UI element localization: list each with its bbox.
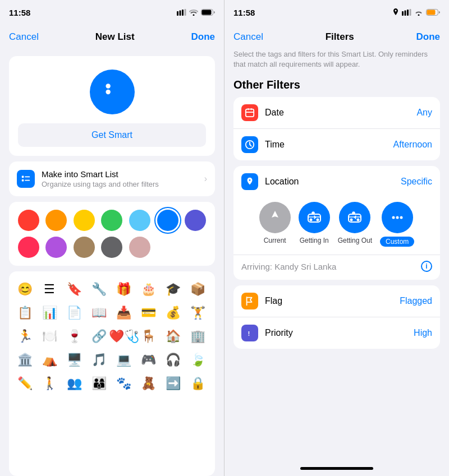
left-panel: 11:58 Cancel New List Done	[0, 0, 224, 476]
color-red[interactable]	[18, 210, 39, 231]
grid-icon-doc[interactable]: 📄	[63, 302, 85, 324]
filters-description: Select the tags and filters for this Sma…	[233, 49, 440, 70]
left-status-icons	[177, 9, 215, 16]
grid-icon-arrow[interactable]: ➡️	[162, 372, 185, 395]
location-icon	[245, 177, 255, 187]
icon-card: Get Smart	[9, 56, 215, 156]
grid-icon-money[interactable]: 💰	[162, 302, 185, 324]
grid-icon-dumbbell[interactable]: 🏋️	[187, 302, 209, 324]
grid-icon-leaf[interactable]: 🍃	[187, 349, 209, 371]
right-done-button[interactable]: Done	[416, 31, 440, 43]
color-rose[interactable]	[129, 237, 150, 258]
right-cancel-button[interactable]: Cancel	[233, 31, 263, 43]
grid-icon-game[interactable]: 🎮	[138, 349, 160, 371]
grid-icon-list[interactable]: ☰	[38, 278, 61, 301]
grid-icon-music[interactable]: 🎵	[88, 349, 110, 371]
grid-icon-wine[interactable]: 🍷	[63, 325, 85, 348]
getting-in-icon	[306, 210, 322, 225]
battery-icon	[201, 9, 215, 16]
grid-icon-emoji[interactable]: 😊	[13, 278, 36, 301]
priority-filter-row[interactable]: ! Priority High	[233, 317, 440, 349]
grid-icon-gift[interactable]: 🎁	[113, 278, 135, 301]
location-current[interactable]: Current	[259, 202, 291, 244]
getting-out-icon	[347, 210, 363, 225]
location-getting-out[interactable]: Getting Out	[338, 202, 372, 244]
grid-icon-paw[interactable]: 🐾	[113, 372, 135, 395]
grid-icon-bookmark[interactable]: 🔖	[63, 278, 85, 301]
location-header-row[interactable]: Location Specific	[233, 166, 440, 197]
grid-icon-chair[interactable]: 🪑	[138, 325, 160, 348]
color-violet[interactable]	[45, 237, 67, 258]
grid-icon-tent[interactable]: ⛺	[38, 349, 61, 371]
color-gray[interactable]	[101, 237, 122, 258]
grid-icon-headphone[interactable]: 🎧	[162, 349, 185, 371]
grid-icon-run[interactable]: 🏃	[13, 325, 36, 348]
location-custom[interactable]: Custom	[380, 202, 414, 247]
location-options: Current Getting In	[233, 197, 440, 255]
grid-icon-tools[interactable]: 🔧	[88, 278, 110, 301]
grid-icon-book[interactable]: 📖	[88, 302, 110, 324]
grid-icon-card[interactable]: 💳	[138, 302, 160, 324]
get-smart-button[interactable]: Get Smart	[18, 123, 206, 147]
smart-list-subtitle: Organize using tags and other filters	[42, 180, 198, 188]
grid-icon-family[interactable]: 👨‍👩‍👦	[88, 372, 110, 395]
left-nav-title: New List	[95, 31, 135, 43]
grid-icon-bars[interactable]: 📊	[38, 302, 61, 324]
grid-icon-bear[interactable]: 🧸	[138, 372, 160, 395]
left-cancel-button[interactable]: Cancel	[9, 31, 39, 43]
location-getting-in[interactable]: Getting In	[299, 202, 330, 244]
grid-icon-inbox[interactable]: 📥	[113, 302, 135, 324]
priority-icon-box: !	[241, 325, 258, 341]
grid-icon-grad[interactable]: 🎓	[162, 278, 185, 301]
grid-icon-health[interactable]: ❤️‍🩺	[113, 325, 135, 348]
date-icon	[245, 108, 255, 118]
color-pink[interactable]	[18, 237, 39, 258]
grid-icon-pen[interactable]: ✏️	[13, 372, 36, 395]
priority-filter-value: High	[414, 328, 432, 338]
getting-in-label: Getting In	[300, 237, 329, 244]
time-icon	[245, 140, 255, 150]
left-done-button[interactable]: Done	[191, 31, 215, 43]
grid-icon-home[interactable]: 🏠	[162, 325, 185, 348]
flag-filter-row[interactable]: Flag Flagged	[233, 285, 440, 317]
grid-icon-laptop[interactable]: 💻	[113, 349, 135, 371]
grid-icon-people[interactable]: 👥	[63, 372, 85, 395]
grid-icon-clip[interactable]: 📋	[13, 302, 36, 324]
grid-icon-bank[interactable]: 🏛️	[13, 349, 36, 371]
grid-icon-cake[interactable]: 🎂	[138, 278, 160, 301]
location-icon-box	[241, 173, 258, 190]
wifi-icon	[189, 9, 198, 16]
right-time: 11:58	[233, 8, 255, 17]
grid-icon-box[interactable]: 📦	[187, 278, 209, 301]
svg-rect-17	[427, 10, 436, 15]
grid-icon-walk[interactable]: 🚶	[38, 372, 61, 395]
arriving-text: Arriving: Kandy Sri Lanka	[241, 262, 336, 271]
svg-rect-20	[251, 108, 252, 110]
grid-icon-screen[interactable]: 🖥️	[63, 349, 85, 371]
smart-list-row[interactable]: Make into Smart List Organize using tags…	[9, 161, 215, 196]
chevron-right-icon: ›	[204, 174, 207, 184]
date-time-card: Date Any Time Afternoon	[233, 97, 440, 160]
color-orange[interactable]	[45, 210, 67, 231]
grid-icon-lock[interactable]: 🔒	[187, 372, 209, 395]
color-purple[interactable]	[185, 210, 206, 231]
signal-icon	[177, 9, 186, 16]
grid-icon-fork[interactable]: 🍽️	[38, 325, 61, 348]
left-time: 11:58	[9, 8, 30, 17]
color-yellow[interactable]	[74, 210, 95, 231]
date-filter-row[interactable]: Date Any	[233, 97, 440, 128]
grid-icon-link[interactable]: 🔗	[88, 325, 110, 348]
color-blue[interactable]	[157, 210, 178, 231]
svg-point-6	[106, 90, 110, 94]
color-green[interactable]	[101, 210, 122, 231]
getting-out-label: Getting Out	[338, 237, 372, 244]
right-status-icons	[392, 8, 440, 16]
time-filter-row[interactable]: Time Afternoon	[233, 128, 440, 160]
grid-icon-building[interactable]: 🏢	[187, 325, 209, 348]
info-icon[interactable]: i	[421, 261, 432, 272]
date-filter-label: Date	[265, 108, 410, 118]
color-lightblue[interactable]	[129, 210, 150, 231]
color-brown[interactable]	[74, 237, 95, 258]
list-icon-circle[interactable]	[90, 70, 135, 114]
other-filters-header: Other Filters	[233, 78, 440, 91]
